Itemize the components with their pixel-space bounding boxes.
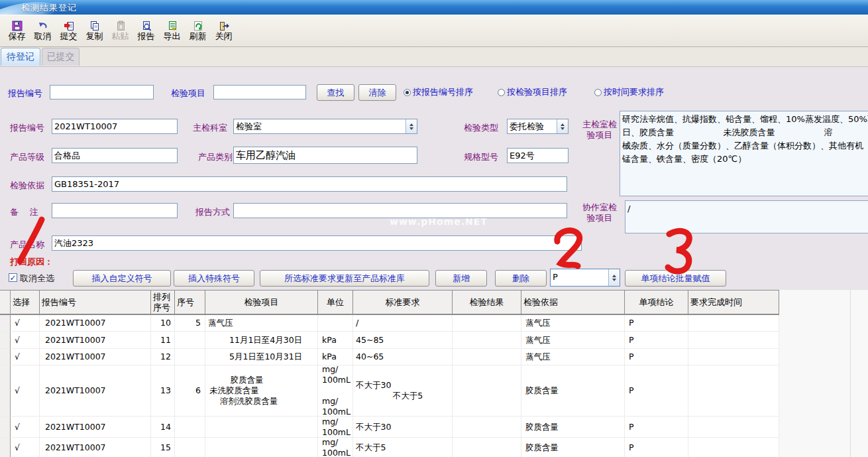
grid-cell-conclusion[interactable]: P — [625, 349, 688, 365]
grid-cell-report_no[interactable]: 2021WT10007 — [40, 349, 151, 365]
product-name-input[interactable] — [52, 235, 582, 251]
toolbar-button-submit-document[interactable]: 提交 — [56, 17, 81, 46]
grid-cell-result[interactable] — [453, 332, 521, 349]
grid-cell-unit[interactable]: mg/ 100mL mg/ 100mL — [318, 365, 353, 417]
remark-input[interactable] — [52, 203, 178, 218]
grid-cell-report_no[interactable]: 2021WT10007 — [40, 365, 151, 417]
grid-cell-order_no[interactable]: 14 — [151, 417, 175, 438]
grid-cell-seq[interactable] — [175, 438, 205, 457]
grid-cell-requirement[interactable]: / — [353, 315, 453, 332]
grid-cell-due[interactable] — [688, 438, 779, 457]
grid-cell-unit[interactable]: kPa — [318, 332, 353, 349]
grid-cell-conclusion[interactable]: P — [625, 332, 688, 349]
grid-cell-item[interactable] — [205, 417, 318, 438]
grid-cell-result[interactable] — [453, 365, 521, 417]
grid-cell-due[interactable] — [688, 332, 779, 349]
update-standard-library-button[interactable]: 所选标准要求更新至产品标准库 — [260, 270, 429, 287]
grid-cell-report_no[interactable]: 2021WT10007 — [40, 332, 151, 349]
delete-row-button[interactable]: 删除 — [495, 270, 547, 287]
product-grade-input[interactable] — [52, 148, 178, 163]
toolbar-button-report-magnifier[interactable]: 报告 — [133, 17, 159, 46]
grid-cell-requirement[interactable]: 40~65 — [353, 349, 453, 365]
clear-button[interactable]: 清除 — [358, 84, 396, 101]
grid-row-indicator[interactable] — [0, 417, 11, 438]
insert-special-symbol-button[interactable]: 插入特殊符号 — [174, 270, 254, 287]
grid-cell-basis[interactable]: 蒸气压 — [521, 332, 625, 349]
grid-cell-unit[interactable]: mg/ 100mL — [318, 438, 353, 457]
toolbar-button-exit-door[interactable]: 关闭 — [211, 17, 237, 46]
search-item-input[interactable] — [213, 85, 306, 99]
grid-cell-item[interactable]: 蒸气压 — [205, 315, 318, 332]
grid-cell-select[interactable]: √ — [11, 438, 40, 457]
grid-cell-select[interactable]: √ — [11, 315, 40, 332]
assign-conclusion-button[interactable]: 单项结论批量赋值 — [625, 270, 726, 287]
grid-cell-item[interactable] — [205, 438, 318, 457]
report-no-input[interactable] — [52, 119, 178, 134]
grid-cell-report_no[interactable]: 2021WT10007 — [40, 315, 151, 332]
main-dept-combobox[interactable]: 检验室 — [233, 119, 417, 134]
find-button[interactable]: 查找 — [317, 84, 354, 101]
grid-cell-unit[interactable] — [318, 315, 353, 332]
tab-pending[interactable]: 待登记 — [1, 48, 40, 66]
grid-cell-seq[interactable] — [175, 349, 205, 365]
grid-cell-order_no[interactable]: 10 — [151, 315, 175, 332]
grid-cell-basis[interactable]: 胶质含量 — [521, 438, 625, 457]
toolbar-button-floppy-disk[interactable]: 保存 — [4, 17, 30, 46]
grid-cell-unit[interactable]: kPa — [318, 349, 353, 365]
toolbar-button-refresh[interactable]: 刷新 — [185, 17, 211, 46]
grid-cell-select[interactable]: √ — [11, 349, 40, 365]
grid-cell-result[interactable] — [453, 438, 521, 457]
grid-cell-select[interactable]: √ — [11, 365, 40, 417]
toolbar-button-export-excel[interactable]: 导出 — [159, 17, 185, 46]
grid-cell-order_no[interactable]: 12 — [151, 349, 175, 365]
grid-cell-result[interactable] — [453, 417, 521, 438]
grid-cell-select[interactable]: √ — [11, 417, 40, 438]
conclusion-spinner-icon[interactable] — [608, 269, 620, 286]
inspect-type-spinner-icon[interactable] — [557, 119, 568, 133]
grid-cell-seq[interactable] — [175, 417, 205, 438]
grid-cell-conclusion[interactable]: P — [625, 417, 688, 438]
grid-cell-requirement[interactable]: 45~85 — [353, 332, 453, 349]
grid-cell-unit[interactable]: mg/ 100mL — [318, 417, 353, 438]
grid-cell-basis[interactable]: 蒸气压 — [521, 315, 625, 332]
search-report-no-input[interactable] — [50, 85, 154, 99]
sort-radio-2[interactable]: 按时间要求排序 — [594, 86, 664, 98]
tab-submitted[interactable]: 已提交 — [42, 48, 80, 66]
product-type-input[interactable] — [233, 147, 417, 164]
grid-cell-due[interactable] — [688, 349, 779, 365]
main-dept-spinner-icon[interactable] — [406, 119, 417, 133]
insert-custom-symbol-button[interactable]: 插入自定义符号 — [73, 270, 171, 287]
grid-cell-order_no[interactable]: 15 — [151, 438, 175, 457]
grid-cell-conclusion[interactable]: P — [625, 365, 688, 417]
grid-cell-item[interactable]: 胶质含量 未洗胶质含量 溶剂洗胶质含量 — [205, 365, 318, 417]
grid-cell-seq[interactable]: 5 — [175, 315, 205, 332]
grid-cell-basis[interactable]: 蒸气压 — [521, 349, 625, 365]
sort-radio-0[interactable]: 按报告编号排序 — [404, 86, 473, 98]
grid-cell-result[interactable] — [453, 349, 521, 365]
grid-cell-basis[interactable]: 胶质含量 — [521, 417, 625, 438]
coop-items-textarea[interactable]: / — [625, 200, 868, 233]
conclusion-combobox[interactable]: P — [550, 269, 620, 287]
grid-row-indicator[interactable] — [0, 332, 11, 349]
grid-cell-report_no[interactable]: 2021WT10007 — [40, 438, 151, 457]
grid-cell-seq[interactable]: 6 — [175, 365, 205, 417]
grid-cell-basis[interactable]: 胶质含量 — [521, 365, 625, 417]
grid-cell-order_no[interactable]: 13 — [151, 365, 175, 417]
spec-model-input[interactable] — [507, 148, 569, 163]
select-all-checkbox[interactable]: ✓ — [9, 273, 17, 282]
toolbar-button-copy[interactable]: 复制 — [81, 17, 107, 46]
grid-cell-requirement[interactable]: 不大于30 — [353, 417, 453, 438]
grid-cell-requirement[interactable]: 不大于5 — [353, 438, 453, 457]
grid-row-indicator[interactable] — [0, 365, 11, 417]
sort-radio-1[interactable]: 按检验项目排序 — [498, 86, 567, 98]
grid-row-indicator[interactable] — [0, 438, 11, 457]
grid-cell-report_no[interactable]: 2021WT10007 — [40, 417, 151, 438]
grid-cell-result[interactable] — [453, 315, 521, 332]
inspect-type-combobox[interactable]: 委托检验 — [507, 119, 569, 134]
grid-cell-requirement[interactable]: 不大于30 不大于5 — [353, 365, 453, 417]
grid-cell-conclusion[interactable]: P — [625, 315, 688, 332]
grid-row-indicator[interactable] — [0, 349, 11, 365]
inspect-basis-input[interactable] — [52, 176, 567, 192]
grid-cell-due[interactable] — [688, 365, 779, 417]
main-items-textarea[interactable]: 研究法辛烷值、抗爆指数、铅含量、馏程、10%蒸发温度、50%蒸 日、胶质含量 未… — [620, 111, 868, 196]
